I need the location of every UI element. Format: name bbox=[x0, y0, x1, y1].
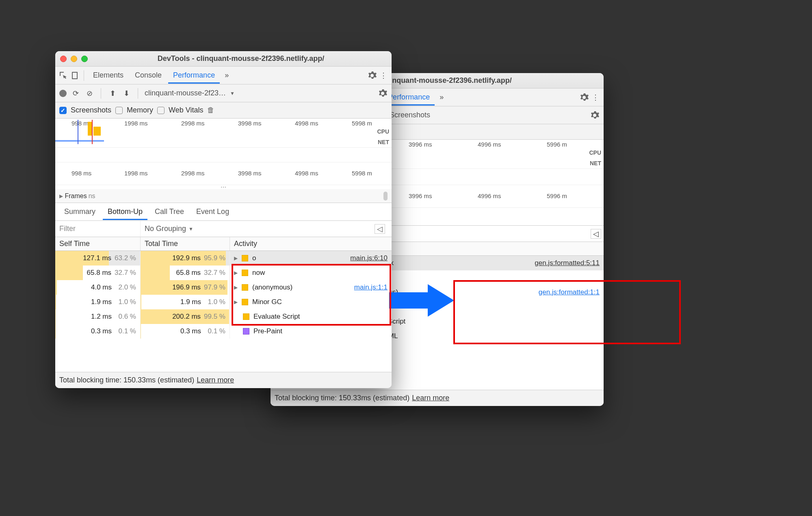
cell-total: 1.9 ms 1.0 % bbox=[141, 295, 230, 309]
url-short-front[interactable]: clinquant-mousse-2f23… bbox=[145, 89, 226, 97]
learn-more-link-front[interactable]: Learn more bbox=[197, 376, 234, 384]
reload-icon[interactable]: ⟳ bbox=[71, 89, 80, 98]
tab-console[interactable]: Console bbox=[130, 67, 167, 84]
activity-name: (anonymous) bbox=[252, 283, 292, 291]
device-toggle-icon[interactable] bbox=[70, 71, 80, 80]
timeline-ruler-front[interactable]: 998 ms 1998 ms 2998 ms 3998 ms 4998 ms 5… bbox=[55, 162, 392, 185]
activity-color-icon bbox=[242, 284, 248, 291]
clear-icon[interactable]: ⊘ bbox=[84, 89, 94, 98]
devtools-window-front: DevTools - clinquant-mousse-2f2396.netli… bbox=[55, 51, 392, 388]
screenshots-checkbox[interactable] bbox=[59, 107, 67, 114]
frames-label: Frames bbox=[65, 192, 87, 200]
tabbar-front: Elements Console Performance » ⋮ bbox=[55, 67, 392, 84]
grouping-dropdown-icon[interactable]: ▼ bbox=[188, 226, 193, 232]
table-row[interactable]: 127.1 ms 63.2 % 192.9 ms 95.9 % ▶ o main… bbox=[55, 251, 392, 266]
url-dropdown-icon[interactable]: ▼ bbox=[230, 91, 235, 96]
chevron-right-icon[interactable]: ▶ bbox=[234, 285, 238, 290]
grouping-select[interactable]: No Grouping bbox=[145, 225, 186, 233]
cell-self: 1.2 ms 0.6 % bbox=[55, 309, 141, 324]
cell-activity: Pre-Paint bbox=[230, 324, 392, 339]
window-controls bbox=[60, 56, 88, 62]
activity-name: Pre-Paint bbox=[253, 327, 282, 335]
chevron-right-icon: ▶ bbox=[59, 193, 63, 199]
chevron-right-icon[interactable]: ▶ bbox=[234, 299, 238, 305]
titlebar-front: DevTools - clinquant-mousse-2f2396.netli… bbox=[55, 51, 392, 67]
col-self[interactable]: Self Time bbox=[55, 237, 141, 250]
record-icon[interactable] bbox=[59, 90, 67, 97]
gear-icon[interactable] bbox=[378, 89, 388, 98]
filterbar-front: Filter No Grouping ▼ ◁ bbox=[55, 221, 392, 237]
panel-toggle-icon[interactable]: ◁ bbox=[375, 224, 385, 234]
chevron-right-icon[interactable]: ▶ bbox=[234, 270, 238, 276]
activity-name: Minor GC bbox=[252, 298, 282, 306]
frames-row[interactable]: ▶ Frames ns bbox=[55, 189, 392, 203]
memory-label: Memory bbox=[127, 106, 153, 114]
upload-icon[interactable]: ⬆ bbox=[108, 89, 117, 98]
table-row[interactable]: 4.0 ms 2.0 % 196.9 ms 97.9 % ▶ (anonymou… bbox=[55, 280, 392, 295]
screenshots-label-back: Screenshots bbox=[390, 111, 430, 119]
cell-activity: ▶ Minor GC bbox=[230, 295, 392, 309]
chevron-right-icon[interactable]: ▶ bbox=[234, 255, 238, 261]
col-activity[interactable]: Activity bbox=[230, 237, 392, 250]
close-window-icon[interactable] bbox=[60, 56, 67, 62]
arrow-icon bbox=[389, 282, 456, 319]
kebab-icon[interactable]: ⋮ bbox=[591, 93, 600, 102]
cell-activity: ▶ now bbox=[230, 266, 392, 280]
subtab-summary[interactable]: Summary bbox=[59, 203, 100, 220]
subtab-eventlog[interactable]: Event Log bbox=[191, 203, 234, 220]
subtab-calltree[interactable]: Call Tree bbox=[150, 203, 189, 220]
table-header-front: Self Time Total Time Activity bbox=[55, 237, 392, 251]
table-row[interactable]: 65.8 ms 32.7 % 65.8 ms 32.7 % ▶ now bbox=[55, 266, 392, 280]
col-total[interactable]: Total Time bbox=[141, 237, 230, 250]
activity-color-icon bbox=[242, 270, 248, 276]
gear-icon[interactable] bbox=[367, 71, 377, 80]
table-row[interactable]: 1.2 ms 0.6 % 200.2 ms 99.5 % Evaluate Sc… bbox=[55, 309, 392, 324]
activity-name: o bbox=[252, 254, 256, 262]
tabs-overflow-icon[interactable]: » bbox=[221, 71, 232, 80]
table-row[interactable]: 1.9 ms 1.0 % 1.9 ms 1.0 % ▶ Minor GC bbox=[55, 295, 392, 309]
gear-icon[interactable] bbox=[590, 110, 600, 120]
tab-performance[interactable]: Performance bbox=[168, 67, 220, 84]
footer-back: Total blocking time: 150.33ms (estimated… bbox=[271, 390, 604, 406]
filter-input[interactable]: Filter bbox=[55, 221, 141, 237]
webvitals-label: Web Vitals bbox=[169, 106, 203, 114]
cell-self: 127.1 ms 63.2 % bbox=[55, 251, 141, 266]
minimize-window-icon[interactable] bbox=[71, 56, 77, 62]
source-link[interactable]: gen.js:formatted:1:1 bbox=[539, 288, 600, 296]
download-icon[interactable]: ⬇ bbox=[121, 89, 131, 98]
window-title-front: DevTools - clinquant-mousse-2f2396.netli… bbox=[95, 54, 387, 63]
tabs-overflow-icon[interactable]: » bbox=[436, 93, 447, 101]
footer-text-front: Total blocking time: 150.33ms (estimated… bbox=[59, 376, 194, 384]
cell-total: 192.9 ms 95.9 % bbox=[141, 251, 230, 266]
scrollbar-thumb[interactable] bbox=[383, 192, 388, 201]
trash-icon[interactable]: 🗑 bbox=[207, 106, 214, 114]
source-link[interactable]: main.js:1:1 bbox=[354, 283, 388, 291]
learn-more-link-back[interactable]: Learn more bbox=[412, 394, 449, 402]
subtab-bottomup[interactable]: Bottom-Up bbox=[103, 203, 147, 220]
footer-text-back: Total blocking time: 150.33ms (estimated… bbox=[275, 394, 409, 402]
source-link[interactable]: gen.js:formatted:5:11 bbox=[535, 259, 600, 267]
activity-color-icon bbox=[243, 313, 249, 320]
inspect-icon[interactable] bbox=[58, 71, 68, 80]
svg-marker-0 bbox=[389, 284, 454, 317]
table-row[interactable]: 0.3 ms 0.1 % 0.3 ms 0.1 % Pre-Paint bbox=[55, 324, 392, 339]
zoom-window-icon[interactable] bbox=[81, 56, 88, 62]
cell-self: 1.9 ms 1.0 % bbox=[55, 295, 141, 309]
activity-color-icon bbox=[242, 299, 248, 305]
source-link[interactable]: main.js:6:10 bbox=[350, 254, 388, 262]
cell-self: 4.0 ms 2.0 % bbox=[55, 280, 141, 295]
cell-total: 200.2 ms 99.5 % bbox=[141, 309, 230, 324]
gear-icon[interactable] bbox=[579, 93, 589, 102]
panel-toggle-icon[interactable]: ◁ bbox=[591, 229, 601, 239]
cell-total: 65.8 ms 32.7 % bbox=[141, 266, 230, 280]
perfbar-front: ⟳ ⊘ ⬆ ⬇ clinquant-mousse-2f23… ▼ bbox=[55, 84, 392, 102]
footer-front: Total blocking time: 150.33ms (estimated… bbox=[55, 372, 392, 388]
checkbar-front: Screenshots Memory Web Vitals 🗑 bbox=[55, 102, 392, 119]
timeline-overview-front[interactable]: 998 ms 1998 ms 2998 ms 3998 ms 4998 ms 5… bbox=[55, 119, 392, 148]
tab-elements[interactable]: Elements bbox=[88, 67, 128, 84]
activity-name: Evaluate Script bbox=[253, 313, 300, 321]
memory-checkbox[interactable] bbox=[115, 107, 123, 114]
kebab-icon[interactable]: ⋮ bbox=[379, 71, 388, 80]
webvitals-checkbox[interactable] bbox=[157, 107, 165, 114]
cpu-activity-block bbox=[88, 122, 102, 136]
